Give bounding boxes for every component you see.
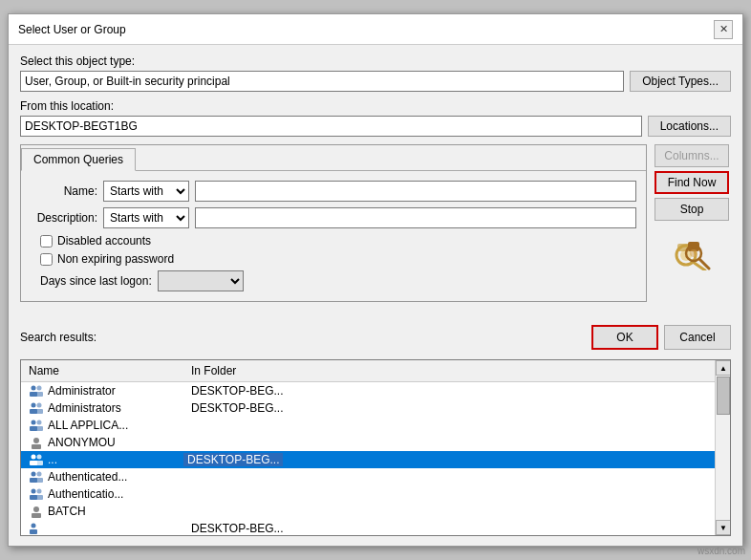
svg-point-28 <box>37 472 42 477</box>
table-row[interactable]: ALL APPLICA... <box>21 417 715 434</box>
svg-rect-19 <box>35 426 43 431</box>
title-bar: Select User or Group ✕ <box>9 14 742 45</box>
name-query-label: Name: <box>31 184 97 198</box>
table-row[interactable]: BATCH <box>21 503 715 520</box>
folder-cell <box>183 442 199 443</box>
table-row[interactable]: Authenticatio... <box>21 485 715 503</box>
special-icon <box>29 505 44 518</box>
non-expiring-label: Non expiring password <box>57 252 174 266</box>
name-cell <box>21 521 183 535</box>
tab-content: Name: Starts with Is exactly Description… <box>21 170 646 301</box>
close-button[interactable]: ✕ <box>714 20 733 39</box>
svg-rect-21 <box>32 444 41 449</box>
cancel-button[interactable]: Cancel <box>664 325 731 350</box>
svg-point-20 <box>33 438 39 443</box>
dialog-body: Select this object type: Object Types...… <box>9 45 742 319</box>
svg-point-36 <box>32 524 36 528</box>
svg-point-30 <box>32 489 36 494</box>
table-row[interactable]: Authenticated... <box>21 468 715 485</box>
location-row: From this location: Locations... <box>20 99 731 137</box>
name-filter-select[interactable]: Starts with Is exactly <box>103 181 189 202</box>
days-select[interactable] <box>158 270 244 291</box>
group-icon <box>29 487 44 501</box>
svg-point-24 <box>37 455 42 460</box>
special-icon <box>29 470 44 484</box>
svg-rect-33 <box>35 495 43 500</box>
vertical-scrollbar[interactable]: ▲ ▼ <box>715 360 730 535</box>
svg-point-22 <box>32 455 36 460</box>
bottom-section: Search results: OK Cancel <box>9 319 742 355</box>
svg-point-10 <box>37 386 42 391</box>
location-input-row: Locations... <box>20 116 731 137</box>
table-row[interactable]: Administrator DESKTOP-BEG... <box>21 382 715 399</box>
name-cell: Authenticatio... <box>21 486 183 502</box>
special-icon <box>29 436 44 449</box>
location-label: From this location: <box>20 99 731 113</box>
svg-point-34 <box>33 506 39 512</box>
non-expiring-checkbox[interactable] <box>40 253 53 266</box>
tab-header: Common Queries <box>21 145 646 170</box>
name-cell: ALL APPLICA... <box>21 418 183 433</box>
folder-cell <box>183 493 199 495</box>
svg-rect-15 <box>35 409 43 414</box>
user-selected-icon <box>29 453 44 466</box>
select-user-group-dialog: Select User or Group ✕ Select this objec… <box>8 13 743 547</box>
scroll-down-arrow[interactable]: ▼ <box>716 520 731 535</box>
location-input[interactable] <box>20 116 642 137</box>
object-type-input-row: Object Types... <box>20 71 731 92</box>
header-folder: In Folder <box>183 362 244 379</box>
name-cell: Authenticated... <box>21 469 183 485</box>
table-row[interactable]: ... DESKTOP-BEG... <box>21 451 715 468</box>
svg-rect-37 <box>30 529 37 534</box>
locations-button[interactable]: Locations... <box>648 116 731 137</box>
stop-button[interactable]: Stop <box>654 198 729 221</box>
name-cell: ... <box>21 452 183 467</box>
description-query-input[interactable] <box>195 207 636 228</box>
name-cell: Administrators <box>21 400 183 416</box>
table-row[interactable]: DESKTOP-BEG... <box>21 520 715 535</box>
disabled-accounts-checkbox[interactable] <box>40 235 53 248</box>
find-now-button[interactable]: Find Now <box>654 171 729 194</box>
columns-button[interactable]: Columns... <box>654 144 729 167</box>
svg-point-18 <box>37 420 42 425</box>
name-query-input[interactable] <box>195 181 636 202</box>
svg-rect-35 <box>32 513 41 518</box>
ok-cancel-buttons: OK Cancel <box>591 325 731 350</box>
dialog-title: Select User or Group <box>18 23 126 36</box>
table-row[interactable]: ANONYMOU <box>21 434 715 451</box>
search-animation-icon <box>673 234 713 270</box>
tab-container: Common Queries Name: Starts with Is exac… <box>20 144 647 302</box>
object-type-row: Select this object type: Object Types... <box>20 54 731 92</box>
header-name: Name <box>21 362 183 379</box>
object-type-input[interactable] <box>20 71 624 92</box>
non-expiring-row: Non expiring password <box>40 252 636 266</box>
tab-common-queries[interactable]: Common Queries <box>21 148 136 171</box>
results-area: Name In Folder Administrator DESKTOP-BEG… <box>20 359 731 536</box>
scroll-up-arrow[interactable]: ▲ <box>716 360 731 376</box>
group-icon <box>29 401 44 415</box>
days-row: Days since last logon: <box>40 270 636 291</box>
description-query-row: Description: Starts with Is exactly <box>31 207 636 228</box>
scroll-thumb[interactable] <box>717 377 730 415</box>
table-row[interactable]: Administrators DESKTOP-BEG... <box>21 399 715 417</box>
search-results-label: Search results: <box>20 331 97 344</box>
folder-cell <box>183 424 199 426</box>
description-filter-select[interactable]: Starts with Is exactly <box>103 207 189 228</box>
svg-point-12 <box>32 403 36 408</box>
svg-rect-25 <box>35 461 43 465</box>
svg-point-8 <box>32 386 36 391</box>
name-cell: BATCH <box>21 504 183 519</box>
results-list: Name In Folder Administrator DESKTOP-BEG… <box>21 360 715 535</box>
user-icon <box>29 522 44 535</box>
watermark: wsxdn.com <box>697 546 745 556</box>
object-types-button[interactable]: Object Types... <box>630 71 731 92</box>
svg-point-6 <box>690 249 697 257</box>
svg-point-26 <box>32 472 36 477</box>
tab-area: Common Queries Name: Starts with Is exac… <box>20 144 647 310</box>
svg-point-16 <box>32 420 36 425</box>
folder-cell: DESKTOP-BEG... <box>183 383 290 398</box>
folder-cell <box>183 510 199 512</box>
name-cell: ANONYMOU <box>21 435 183 450</box>
description-query-label: Description: <box>31 211 97 225</box>
ok-button[interactable]: OK <box>591 325 658 350</box>
